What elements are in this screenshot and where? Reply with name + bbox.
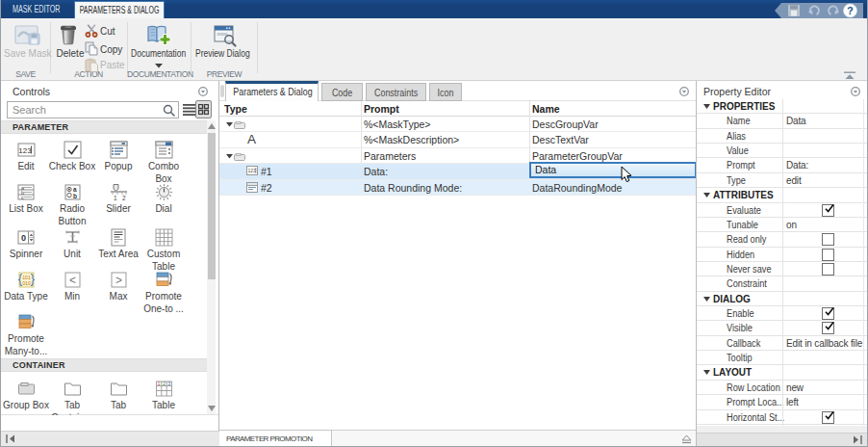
svg-text:010: 010 [22, 280, 31, 286]
svg-text:3: 3 [167, 381, 170, 386]
svg-text:2: 2 [163, 381, 166, 386]
svg-text:<: < [68, 274, 75, 287]
svg-text:2: 2 [122, 195, 126, 201]
svg-text:0: 0 [20, 233, 25, 243]
svg-text:?: ? [847, 5, 853, 16]
svg-text:1: 1 [157, 381, 160, 386]
svg-text:c: c [21, 195, 24, 200]
svg-text:1: 1 [114, 195, 117, 201]
svg-text:b: b [73, 193, 77, 199]
svg-text:123: 123 [18, 146, 32, 155]
svg-text:>: > [115, 274, 121, 287]
svg-text:123: 123 [247, 168, 256, 173]
